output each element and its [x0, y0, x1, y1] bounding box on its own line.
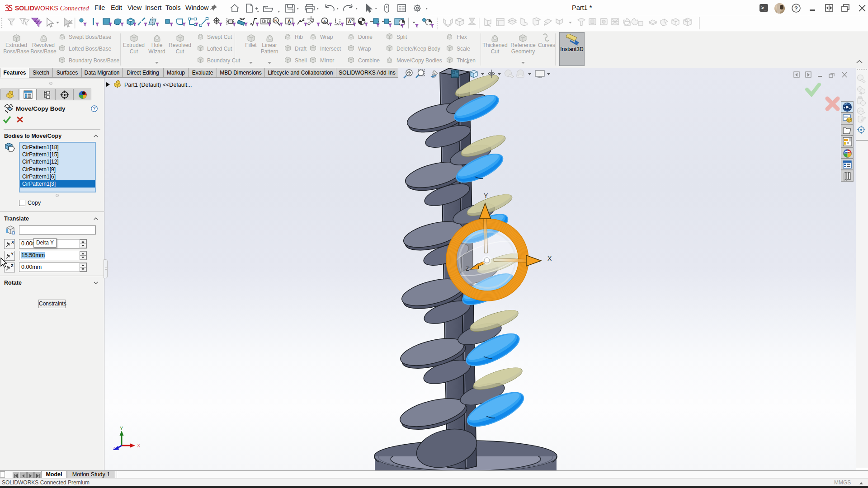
svg-text:?: ?: [93, 106, 95, 111]
svg-text:N: N: [274, 19, 278, 23]
svg-text:Y: Y: [11, 252, 14, 256]
svg-text:Z: Z: [466, 266, 469, 272]
svg-text:X: X: [547, 255, 552, 262]
svg-text:X: X: [137, 443, 141, 448]
svg-text:Z: Z: [113, 446, 116, 450]
svg-text:Y: Y: [120, 426, 123, 431]
svg-text:?: ?: [794, 5, 798, 12]
svg-text:Z: Z: [11, 263, 14, 268]
svg-text:A: A: [348, 19, 351, 24]
svg-text:X: X: [11, 240, 14, 244]
svg-text:A: A: [323, 19, 326, 23]
svg-text:Y: Y: [484, 192, 488, 199]
svg-text:A: A: [288, 19, 291, 24]
